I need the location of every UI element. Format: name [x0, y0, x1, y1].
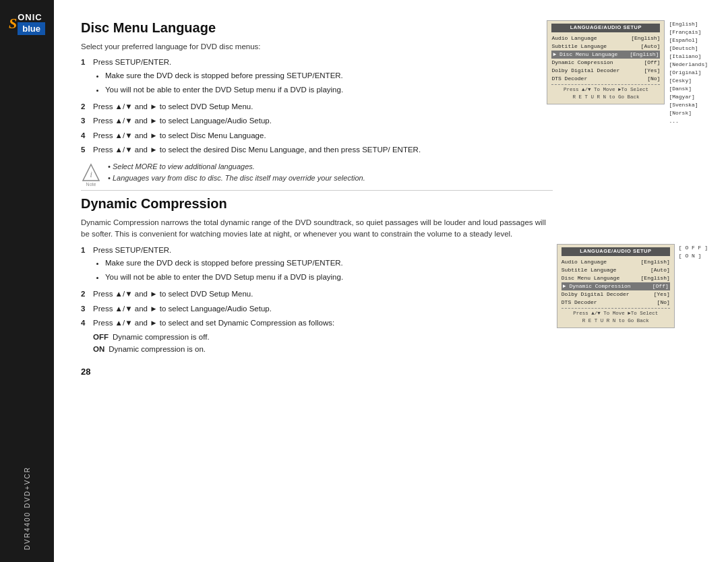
page-number: 28 [81, 367, 553, 377]
side-list-item-11: [Svenska] [669, 101, 708, 109]
step-body-2: Press ▲/▼ and ► to select DVD Setup Menu… [93, 101, 553, 113]
screenshot1-row-3: ► Disc Menu Language[English] [551, 51, 660, 59]
step2-bullet-1-2: You will not be able to enter the DVD Se… [105, 272, 553, 283]
screenshot2-header: LANGUAGE/AUDIO SETUP [562, 247, 670, 256]
side-list-item-13: ... [669, 117, 708, 125]
step-body-4: Press ▲/▼ and ► to select Disc Menu Lang… [93, 130, 553, 142]
step2-1: 1 Press SETUP/ENTER. Make sure the DVD d… [81, 245, 553, 286]
side-list-item-2: [Français] [669, 28, 708, 36]
step-body-3: Press ▲/▼ and ► to select Language/Audio… [93, 115, 553, 127]
side-list-item-7: [Original] [669, 69, 708, 77]
screenshot2: LANGUAGE/AUDIO SETUP Audio Language[Engl… [557, 244, 675, 328]
screenshot1-sidelist: [English] [Français] [Español] [Deutsch]… [669, 20, 708, 125]
screenshot2-row-1: Audio Language[English] [562, 258, 670, 266]
step2-4: 4 Press ▲/▼ and ► to select and set Dyna… [81, 317, 553, 356]
section1-intro: Select your preferred language for DVD d… [81, 41, 553, 53]
step-2: 2 Press ▲/▼ and ► to select DVD Setup Me… [81, 101, 553, 113]
on-desc: Dynamic compression is on. [109, 343, 206, 355]
step2-3: 3 Press ▲/▼ and ► to select Language/Aud… [81, 303, 553, 315]
step2-body-2: Press ▲/▼ and ► to select DVD Setup Menu… [93, 288, 553, 300]
step-num-1: 1 [81, 57, 90, 98]
side-list-item-9: [Dansk] [669, 85, 708, 93]
screenshot2-container: LANGUAGE/AUDIO SETUP Audio Language[Engl… [557, 244, 708, 328]
sonic-s-letter: S [9, 15, 17, 32]
note-line-2: • Languages vary from disc to disc. The … [108, 174, 365, 182]
step-num-4: 4 [81, 130, 90, 142]
step2-num-2: 2 [81, 288, 90, 300]
main-content: Disc Menu Language Select your preferred… [54, 0, 728, 562]
step-bullet-1-2: You will not be able to enter the DVD Se… [105, 84, 553, 96]
side2-list-item-1: [ O F F ] [679, 244, 708, 252]
step2-body-4: Press ▲/▼ and ► to select and set Dynami… [93, 317, 553, 356]
step2-num-1: 1 [81, 245, 90, 286]
screenshot1-row-2: Subtitle Language[Auto] [551, 42, 660, 51]
step2-bullet-1-1: Make sure the DVD deck is stopped before… [105, 257, 553, 269]
side-list-item-8: [Cesky] [669, 77, 708, 85]
step2-num-4: 4 [81, 317, 90, 356]
screenshot1-row-6: DTS Decoder[No] [551, 75, 660, 83]
step-bullet-1-1: Make sure the DVD deck is stopped before… [105, 70, 553, 82]
step2-2: 2 Press ▲/▼ and ► to select DVD Setup Me… [81, 288, 553, 300]
off-row: OFF Dynamic compression is off. [93, 331, 553, 343]
section2-steps: 1 Press SETUP/ENTER. Make sure the DVD d… [81, 245, 553, 356]
screenshot2-row-5: Dolby Digital Decoder[Yes] [562, 290, 670, 299]
brand-logo: S ONIC blue [9, 12, 45, 35]
screenshot1-row-5: Dolby Digital Decoder[Yes] [551, 67, 660, 75]
screenshot2-row-6: DTS Decoder[No] [562, 299, 670, 307]
off-desc: Dynamic compression is off. [113, 331, 210, 343]
side-list-item-12: [Norsk] [669, 109, 708, 117]
svg-text:i: i [90, 170, 92, 179]
side-list-item-6: [Nederlands] [669, 61, 708, 69]
on-row: ON Dynamic compression is on. [93, 343, 553, 355]
step2-text-1: Press SETUP/ENTER. [93, 246, 171, 254]
screenshots-column: LANGUAGE/AUDIO SETUP Audio Language[Engl… [566, 20, 708, 377]
side-list-item-1: [English] [669, 20, 708, 28]
step-1: 1 Press SETUP/ENTER. Make sure the DVD d… [81, 57, 553, 98]
section2-intro: Dynamic Compression narrows the total dy… [81, 217, 553, 241]
note-line-1: • Select MORE to view additional languag… [108, 162, 255, 170]
side-list-item-4: [Deutsch] [669, 44, 708, 53]
screenshot2-row-2: Subtitle Language[Auto] [562, 266, 670, 274]
model-text: DVR4400 DVD+VCR [24, 466, 31, 550]
section1-text: Disc Menu Language Select your preferred… [81, 20, 553, 377]
screenshot2-row-4: ► Dynamic Compression[Off] [562, 282, 670, 290]
step-5: 5 Press ▲/▼ and ► to select the desired … [81, 144, 553, 156]
note-box: i Note • Select MORE to view additional … [81, 161, 553, 183]
off-label: OFF [93, 331, 109, 343]
screenshot2-footer: Press ▲/▼ To Move ►To Select R E T U R N… [562, 308, 670, 325]
section1-steps: 1 Press SETUP/ENTER. Make sure the DVD d… [81, 57, 553, 156]
side-list-item-5: [Italiano] [669, 53, 708, 61]
section-divider [81, 190, 553, 191]
side-list-item-10: [Magyar] [669, 93, 708, 101]
blue-badge: blue [18, 22, 45, 35]
screenshot1-container: LANGUAGE/AUDIO SETUP Audio Language[Engl… [547, 20, 708, 125]
sonic-onic-text: ONIC [18, 12, 45, 22]
screenshot2-row-3: Disc Menu Language[English] [562, 274, 670, 282]
step-body-1: Press SETUP/ENTER. Make sure the DVD dec… [93, 57, 553, 98]
screenshot1-header: LANGUAGE/AUDIO SETUP [551, 24, 660, 32]
screenshot1-row-4: Dynamic Compression[Off] [551, 59, 660, 67]
step-3: 3 Press ▲/▼ and ► to select Language/Aud… [81, 115, 553, 127]
step2-num-3: 3 [81, 303, 90, 315]
section2-title: Dynamic Compression [81, 196, 553, 212]
step-num-2: 2 [81, 101, 90, 113]
screenshot1-footer: Press ▲/▼ To Move ►To Select R E T U R N… [551, 84, 660, 101]
sidebar: S ONIC blue DVR4400 DVD+VCR [0, 0, 54, 562]
step2-body-3: Press ▲/▼ and ► to select Language/Audio… [93, 303, 553, 315]
note-icon: i Note [81, 162, 101, 183]
side-list-item-3: [Español] [669, 36, 708, 44]
section1-title: Disc Menu Language [81, 20, 553, 36]
screenshot2-sidelist: [ O F F ] [ O N ] [679, 244, 708, 260]
step-4: 4 Press ▲/▼ and ► to select Disc Menu La… [81, 130, 553, 142]
step2-body-1: Press SETUP/ENTER. Make sure the DVD dec… [93, 245, 553, 286]
screenshot1-row-1: Audio Language[English] [551, 34, 660, 42]
screenshot1: LANGUAGE/AUDIO SETUP Audio Language[Engl… [547, 20, 665, 104]
step-body-5: Press ▲/▼ and ► to select the desired Di… [93, 144, 553, 156]
off-on-list: OFF Dynamic compression is off. ON Dynam… [93, 331, 553, 356]
side2-list-item-2: [ O N ] [679, 252, 708, 260]
note-content: • Select MORE to view additional languag… [108, 161, 365, 183]
step-text-1: Press SETUP/ENTER. [93, 58, 171, 66]
step-num-5: 5 [81, 144, 90, 156]
step-num-3: 3 [81, 115, 90, 127]
on-label: ON [93, 343, 104, 355]
